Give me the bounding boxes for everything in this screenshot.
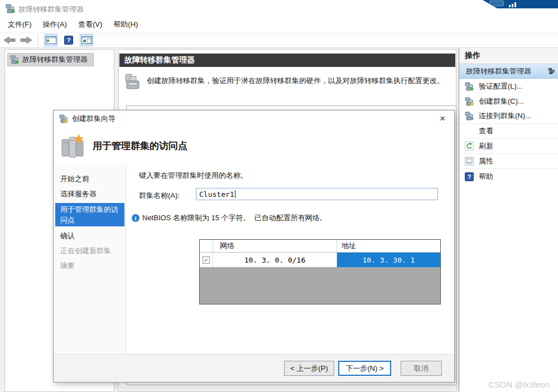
action-label: 属性 <box>479 156 493 166</box>
action-label: 创建群集(C)... <box>479 96 524 107</box>
step-summary: 摘要 <box>60 258 124 273</box>
window-title: 故障转移群集管理器 <box>18 4 84 14</box>
back-button[interactable]: < 上一步(P) <box>284 361 334 376</box>
window-titlebar: 故障转移群集管理器 <box>0 0 558 17</box>
next-button[interactable]: 下一步(N) > <box>338 361 391 376</box>
action-create-cluster[interactable]: 创建群集(C)... <box>459 94 558 109</box>
cluster-name-label: 群集名称(A): <box>139 191 180 201</box>
toolbar: ? <box>0 32 558 48</box>
menu-file[interactable]: 文件(F) <box>8 20 32 30</box>
menu-action[interactable]: 操作(A) <box>43 20 67 30</box>
show-hide-pane-button[interactable] <box>80 34 93 46</box>
toolbar-help-button[interactable]: ? <box>62 34 75 46</box>
network-checkbox-cell: ✓ <box>200 253 213 267</box>
name-prompt: 键入要在管理群集时使用的名称。 <box>139 171 248 181</box>
signal-bars-icon <box>509 2 518 7</box>
step-access-point: 用于管理群集的访问点 <box>55 203 124 226</box>
wizard-titlebar: 创建群集向导 × <box>54 110 454 127</box>
menu-help[interactable]: 帮助(H) <box>113 20 138 30</box>
action-label: 连接到群集(N)... <box>479 111 531 121</box>
step-creating-cluster: 正在创建新群集 <box>60 243 124 258</box>
cluster-access-point-icon <box>60 133 85 159</box>
network-column-header: 网络 <box>213 240 337 252</box>
help-icon: ? <box>465 172 474 181</box>
cancel-button[interactable]: 取消 <box>401 361 442 376</box>
cluster-name-input[interactable]: Cluster1 <box>196 188 438 200</box>
text-caret <box>235 190 235 198</box>
refresh-icon <box>465 142 474 151</box>
wizard-page-title: 用于管理群集的访问点 <box>93 139 187 152</box>
network-address-table: 网络 地址 ✓ 10. 3. 0. 0/16 10. 3. 30. 1 <box>199 239 441 304</box>
cluster-tree-icon <box>10 55 19 64</box>
cluster-toolbox-icon <box>124 72 141 91</box>
action-label: 刷新 <box>479 141 493 151</box>
cluster-app-icon <box>6 4 15 16</box>
network-cell[interactable]: 10. 3. 0. 0/16 <box>213 253 337 267</box>
create-cluster-icon <box>465 97 474 106</box>
actions-context-header[interactable]: 故障转移群集管理器 <box>459 64 558 79</box>
menu-bar: 文件(F) 操作(A) 查看(V) 帮助(H) <box>0 17 558 32</box>
action-help[interactable]: ? 帮助 <box>459 169 558 184</box>
network-checkbox[interactable]: ✓ <box>203 257 210 264</box>
wizard-title: 创建群集向导 <box>72 114 116 124</box>
address-cell-selected[interactable]: 10. 3. 30. 1 <box>337 253 440 267</box>
actions-pane-title: 操作 <box>459 48 558 64</box>
action-connect-to-cluster[interactable]: 连接到群集(N)... <box>459 109 558 124</box>
wizard-steps-nav: 开始之前 选择服务器 用于管理群集的访问点 确认 正在创建新群集 摘要 <box>54 164 126 356</box>
forward-arrow-icon[interactable] <box>19 35 33 46</box>
wizard-app-icon <box>59 114 68 123</box>
action-properties[interactable]: 属性 <box>459 154 558 169</box>
action-refresh[interactable]: 刷新 <box>459 139 558 154</box>
csdn-watermark: CSDN @lx3leon <box>489 380 550 389</box>
connect-cluster-icon <box>465 112 474 120</box>
step-confirmation: 确认 <box>60 228 124 243</box>
action-label: 查看 <box>479 126 493 136</box>
table-header-row: 网络 地址 <box>200 240 440 253</box>
table-row: ✓ 10. 3. 0. 0/16 10. 3. 30. 1 <box>200 253 440 267</box>
console-tree-toggle-button[interactable] <box>44 34 57 46</box>
actions-panel: 操作 故障转移群集管理器 <box>459 48 558 392</box>
cluster-mini-icon <box>549 68 555 74</box>
create-cluster-wizard-dialog: 创建群集向导 × 用于管理群集的访问点 开始之前 选择服务器 用于管理群集的访问… <box>53 110 455 383</box>
validate-cluster-icon <box>465 82 474 91</box>
wizard-page-header: 用于管理群集的访问点 <box>54 127 454 164</box>
status-banner-fragment <box>477 0 558 8</box>
action-view[interactable]: 查看 <box>459 124 558 139</box>
failover-cluster-manager-window: 故障转移群集管理器 文件(F) 操作(A) 查看(V) 帮助(H) <box>0 0 558 392</box>
info-icon: i <box>132 214 140 222</box>
cluster-name-value: Cluster1 <box>199 190 234 199</box>
overview-description-row: 创建故障转移群集，验证用于潜在故障转移群集的硬件，以及对故障转移群集执行配置更改… <box>124 72 459 91</box>
netbios-info-text: NetBIOS 名称限制为 15 个字符。 已自动配置所有网络。 <box>142 213 327 223</box>
action-label: 帮助 <box>479 172 493 182</box>
wizard-footer: < 上一步(P) 下一步(N) > 取消 <box>54 355 454 382</box>
properties-icon <box>465 157 474 166</box>
checkbox-column-header <box>200 240 213 252</box>
back-arrow-icon[interactable] <box>2 35 17 46</box>
step-select-servers: 选择服务器 <box>60 186 124 201</box>
table-empty-area <box>200 267 440 304</box>
overview-description: 创建故障转移群集，验证用于潜在故障转移群集的硬件，以及对故障转移群集执行配置更改… <box>147 72 459 86</box>
toolbar-separator <box>37 35 38 46</box>
step-before-you-begin: 开始之前 <box>60 171 124 186</box>
address-column-header: 地址 <box>337 240 440 252</box>
tree-item-failover-cluster-manager[interactable]: 故障转移群集管理器 <box>7 53 94 66</box>
tree-item-label: 故障转移群集管理器 <box>22 55 88 65</box>
netbios-info-row: i NetBIOS 名称限制为 15 个字符。 已自动配置所有网络。 <box>132 213 327 223</box>
center-bottom-strip <box>119 386 455 391</box>
actions-context-label: 故障转移群集管理器 <box>466 66 531 76</box>
action-validate-configuration[interactable]: 验证配置(L)... <box>459 79 558 94</box>
help-icon: ? <box>64 36 73 45</box>
battery-icon <box>489 1 504 6</box>
action-label: 验证配置(L)... <box>479 81 523 91</box>
center-panel-header: 故障转移群集管理器 <box>119 54 455 67</box>
close-icon[interactable]: × <box>436 112 449 125</box>
menu-view[interactable]: 查看(V) <box>78 20 102 30</box>
